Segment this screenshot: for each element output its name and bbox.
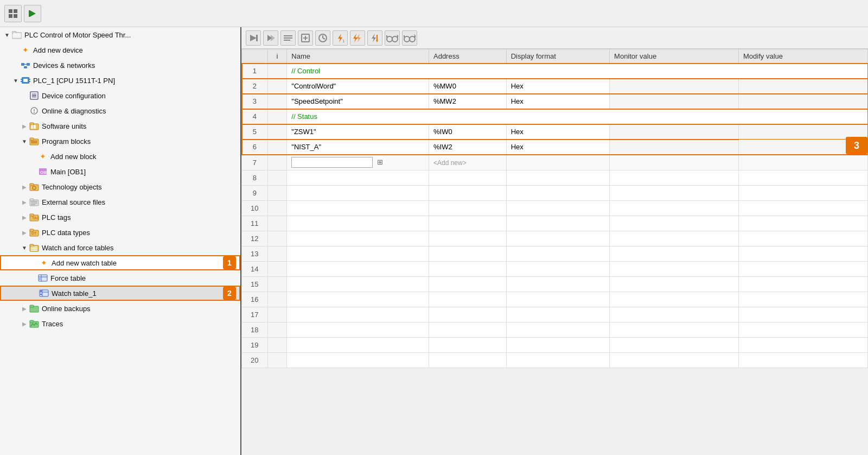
technology-objects-label: Technology objects	[42, 183, 102, 191]
sidebar-item-program-blocks[interactable]: ▼ Program blocks	[0, 134, 240, 149]
traces-icon	[29, 319, 39, 328]
table-row-empty: 14	[242, 262, 868, 277]
sidebar-item-plc1[interactable]: ▼ PLC_1 [CPU 1511T-1 PN]	[0, 73, 240, 88]
svg-point-90	[387, 36, 392, 42]
badge-2: 2	[223, 287, 236, 300]
row-name-7[interactable]: ⊞	[287, 155, 429, 170]
sidebar-item-project-root[interactable]: ▼ PLC Control of Motor Speed Thr...	[0, 27, 240, 42]
table-row[interactable]: 2 "ControlWord" %MW0 Hex	[242, 79, 868, 94]
modify-button[interactable]	[298, 30, 313, 46]
row-info-6	[267, 140, 287, 155]
row-monitor-7	[610, 155, 739, 170]
sidebar-item-devices-networks[interactable]: ▶ Devices & networks	[0, 58, 240, 73]
svg-marker-86	[356, 34, 361, 42]
program-blocks-icon	[29, 136, 39, 146]
watch-data-table: i Name Address Display format Monitor va…	[241, 49, 868, 368]
monitor-once-button[interactable]	[263, 30, 278, 46]
plc-data-types-arrow: ▶	[21, 229, 28, 236]
svg-rect-5	[29, 10, 30, 17]
svg-text:F: F	[39, 277, 41, 281]
sidebar-item-software-units[interactable]: ▶ Software units	[0, 118, 240, 134]
table-row[interactable]: 5 "ZSW1" %IW0 Hex	[242, 124, 868, 140]
grid-view-button[interactable]	[4, 5, 22, 22]
svg-text:1: 1	[342, 39, 345, 43]
row-name-6[interactable]: "NIST_A"	[287, 140, 429, 155]
table-row[interactable]: 3 "SpeedSetpoint" %MW2 Hex	[242, 94, 868, 109]
sidebar-item-plc-tags[interactable]: ▶ TAG PLC tags	[0, 210, 240, 225]
online-backups-icon	[29, 304, 39, 313]
project-root-label: PLC Control of Motor Speed Thr...	[24, 31, 131, 39]
sidebar-item-add-new-watch[interactable]: ▶ ✦ Add new watch table 1	[0, 255, 240, 270]
sidebar-item-traces[interactable]: ▶ Traces	[0, 316, 240, 331]
row-name-1[interactable]: // Control	[287, 64, 868, 79]
svg-line-82	[323, 38, 325, 39]
sidebar-item-watch-force-tables[interactable]: ▼ Watch and force tables	[0, 240, 240, 255]
row-address-3[interactable]: %MW2	[429, 94, 506, 109]
svg-rect-52	[30, 244, 34, 247]
online-backups-label: Online backups	[42, 305, 91, 313]
row-name-2[interactable]: "ControlWord"	[287, 79, 429, 94]
sidebar-item-technology-objects[interactable]: ▶ Technology objects	[0, 179, 240, 194]
col-header-name: Name	[287, 49, 429, 64]
sidebar-item-device-config[interactable]: ▶ Device configuration	[0, 88, 240, 103]
glasses2-button[interactable]: 1	[402, 30, 417, 46]
svg-rect-28	[34, 125, 36, 129]
add-new-device-label: Add new device	[33, 46, 83, 54]
sidebar-item-plc-data-types[interactable]: ▶ DT PLC data types	[0, 225, 240, 240]
table-row[interactable]: 4 // Status	[242, 109, 868, 124]
row-format-7	[506, 155, 609, 170]
lightning3-button[interactable]	[367, 30, 382, 46]
table-row[interactable]: 1 // Control	[242, 64, 868, 79]
sidebar-item-online-backups[interactable]: ▶ Online backups	[0, 301, 240, 316]
glasses1-button[interactable]: ○○	[385, 30, 400, 46]
row-address-2[interactable]: %MW0	[429, 79, 506, 94]
plc-tags-icon: TAG	[29, 212, 39, 222]
sidebar-item-online-diag[interactable]: ▶ Online & diagnostics	[0, 103, 240, 118]
table-row-add-new[interactable]: 7 ⊞ <Add new>	[242, 155, 868, 170]
svg-rect-43	[31, 203, 37, 204]
table-row[interactable]: 6 "NIST_A" %IW2 Hex 3	[242, 140, 868, 155]
cpu-icon	[21, 75, 30, 85]
svg-rect-55	[31, 250, 37, 251]
add-new-watch-label: Add new watch table	[52, 259, 117, 267]
row-name-3[interactable]: "SpeedSetpoint"	[287, 94, 429, 109]
sidebar-item-watch-table-1[interactable]: ▶ Watch table_1 2	[0, 286, 240, 301]
project-tree: ▼ PLC Control of Motor Speed Thr... ▶ ✦ …	[0, 27, 241, 455]
monitor-all-button[interactable]	[246, 30, 261, 46]
software-units-icon	[29, 121, 39, 131]
row-format-6[interactable]: Hex	[506, 140, 609, 155]
svg-text:1: 1	[413, 34, 416, 37]
row-format-2[interactable]: Hex	[506, 79, 609, 94]
lightning1-button[interactable]: 1	[333, 30, 348, 46]
svg-rect-3	[14, 14, 17, 18]
sidebar-item-add-new-device[interactable]: ▶ ✦ Add new device	[0, 42, 240, 58]
svg-rect-68	[30, 320, 34, 323]
program-blocks-arrow: ▼	[21, 137, 28, 145]
run-button[interactable]	[24, 5, 41, 22]
clock-button[interactable]	[315, 30, 330, 46]
row-address-6[interactable]: %IW2	[429, 140, 506, 155]
row-format-5[interactable]: Hex	[506, 124, 609, 140]
row-num-7: 7	[242, 155, 268, 170]
sidebar-item-add-new-block[interactable]: ▶ ✦ Add new block	[0, 149, 240, 164]
row-format-3[interactable]: Hex	[506, 94, 609, 109]
row-num-6: 6	[242, 140, 268, 155]
badge-3: 3	[846, 137, 867, 154]
row-name-4[interactable]: // Status	[287, 109, 868, 124]
svg-rect-0	[9, 9, 12, 13]
row-info-5	[267, 124, 287, 140]
plc1-label: PLC_1 [CPU 1511T-1 PN]	[33, 77, 115, 85]
row-address-5[interactable]: %IW0	[429, 124, 506, 140]
svg-rect-36	[30, 184, 34, 186]
sidebar-item-force-table[interactable]: ▶ F Force table	[0, 270, 240, 286]
plc-data-types-label: PLC data types	[42, 229, 90, 237]
lightning2-button[interactable]	[350, 30, 365, 46]
add-new-name-input[interactable]	[291, 157, 373, 168]
row-num-2: 2	[242, 79, 268, 94]
row-name-5[interactable]: "ZSW1"	[287, 124, 429, 140]
show-addresses-button[interactable]: ...	[280, 30, 296, 46]
sidebar-item-external-source[interactable]: ▶ External source files	[0, 194, 240, 210]
watch-table-toolbar: ... 1	[241, 27, 868, 49]
sidebar-item-main-ob1[interactable]: ▶ OB Main [OB1]	[0, 164, 240, 179]
external-source-arrow: ▶	[21, 198, 28, 206]
